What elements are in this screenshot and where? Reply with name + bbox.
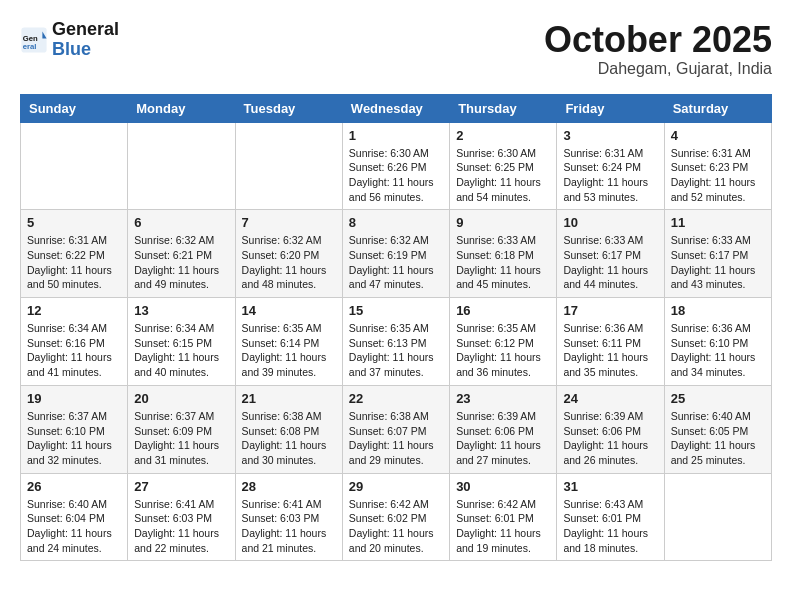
day-info: Sunrise: 6:43 AM Sunset: 6:01 PM Dayligh… [563,497,657,556]
weekday-header-monday: Monday [128,94,235,122]
weekday-header-thursday: Thursday [450,94,557,122]
day-number: 26 [27,479,121,494]
title-section: October 2025 Dahegam, Gujarat, India [544,20,772,78]
calendar-day-cell: 23Sunrise: 6:39 AM Sunset: 6:06 PM Dayli… [450,385,557,473]
calendar-week-row: 19Sunrise: 6:37 AM Sunset: 6:10 PM Dayli… [21,385,772,473]
weekday-header-wednesday: Wednesday [342,94,449,122]
weekday-header-friday: Friday [557,94,664,122]
calendar-day-cell: 10Sunrise: 6:33 AM Sunset: 6:17 PM Dayli… [557,210,664,298]
logo-text: GeneralBlue [52,20,119,60]
day-info: Sunrise: 6:35 AM Sunset: 6:13 PM Dayligh… [349,321,443,380]
day-info: Sunrise: 6:39 AM Sunset: 6:06 PM Dayligh… [563,409,657,468]
calendar-day-cell: 24Sunrise: 6:39 AM Sunset: 6:06 PM Dayli… [557,385,664,473]
calendar-day-cell: 14Sunrise: 6:35 AM Sunset: 6:14 PM Dayli… [235,298,342,386]
day-info: Sunrise: 6:37 AM Sunset: 6:09 PM Dayligh… [134,409,228,468]
day-number: 7 [242,215,336,230]
day-number: 30 [456,479,550,494]
calendar-day-cell: 18Sunrise: 6:36 AM Sunset: 6:10 PM Dayli… [664,298,771,386]
calendar-day-cell: 21Sunrise: 6:38 AM Sunset: 6:08 PM Dayli… [235,385,342,473]
day-number: 6 [134,215,228,230]
day-info: Sunrise: 6:34 AM Sunset: 6:16 PM Dayligh… [27,321,121,380]
day-number: 29 [349,479,443,494]
calendar-day-cell: 7Sunrise: 6:32 AM Sunset: 6:20 PM Daylig… [235,210,342,298]
calendar-day-cell: 27Sunrise: 6:41 AM Sunset: 6:03 PM Dayli… [128,473,235,561]
location-subtitle: Dahegam, Gujarat, India [544,60,772,78]
day-number: 21 [242,391,336,406]
day-number: 20 [134,391,228,406]
svg-text:eral: eral [23,42,37,51]
calendar-day-cell: 2Sunrise: 6:30 AM Sunset: 6:25 PM Daylig… [450,122,557,210]
calendar-day-cell: 6Sunrise: 6:32 AM Sunset: 6:21 PM Daylig… [128,210,235,298]
day-info: Sunrise: 6:41 AM Sunset: 6:03 PM Dayligh… [134,497,228,556]
day-info: Sunrise: 6:42 AM Sunset: 6:02 PM Dayligh… [349,497,443,556]
day-info: Sunrise: 6:40 AM Sunset: 6:04 PM Dayligh… [27,497,121,556]
day-number: 12 [27,303,121,318]
calendar-day-cell: 17Sunrise: 6:36 AM Sunset: 6:11 PM Dayli… [557,298,664,386]
calendar-day-cell: 5Sunrise: 6:31 AM Sunset: 6:22 PM Daylig… [21,210,128,298]
calendar-day-cell: 3Sunrise: 6:31 AM Sunset: 6:24 PM Daylig… [557,122,664,210]
calendar-day-cell: 31Sunrise: 6:43 AM Sunset: 6:01 PM Dayli… [557,473,664,561]
day-number: 15 [349,303,443,318]
day-info: Sunrise: 6:30 AM Sunset: 6:25 PM Dayligh… [456,146,550,205]
day-info: Sunrise: 6:38 AM Sunset: 6:08 PM Dayligh… [242,409,336,468]
day-number: 16 [456,303,550,318]
day-number: 18 [671,303,765,318]
calendar-week-row: 12Sunrise: 6:34 AM Sunset: 6:16 PM Dayli… [21,298,772,386]
page-header: Gen eral GeneralBlue October 2025 Dahega… [20,20,772,78]
day-number: 27 [134,479,228,494]
calendar-day-cell: 29Sunrise: 6:42 AM Sunset: 6:02 PM Dayli… [342,473,449,561]
weekday-header-row: SundayMondayTuesdayWednesdayThursdayFrid… [21,94,772,122]
calendar-day-cell: 30Sunrise: 6:42 AM Sunset: 6:01 PM Dayli… [450,473,557,561]
logo-icon: Gen eral [20,26,48,54]
day-number: 14 [242,303,336,318]
day-number: 5 [27,215,121,230]
day-info: Sunrise: 6:42 AM Sunset: 6:01 PM Dayligh… [456,497,550,556]
day-info: Sunrise: 6:33 AM Sunset: 6:18 PM Dayligh… [456,233,550,292]
day-number: 3 [563,128,657,143]
day-info: Sunrise: 6:31 AM Sunset: 6:24 PM Dayligh… [563,146,657,205]
day-info: Sunrise: 6:32 AM Sunset: 6:20 PM Dayligh… [242,233,336,292]
day-number: 9 [456,215,550,230]
calendar-day-cell: 26Sunrise: 6:40 AM Sunset: 6:04 PM Dayli… [21,473,128,561]
empty-day-cell [235,122,342,210]
calendar-day-cell: 20Sunrise: 6:37 AM Sunset: 6:09 PM Dayli… [128,385,235,473]
calendar-day-cell: 15Sunrise: 6:35 AM Sunset: 6:13 PM Dayli… [342,298,449,386]
day-number: 2 [456,128,550,143]
calendar-day-cell: 1Sunrise: 6:30 AM Sunset: 6:26 PM Daylig… [342,122,449,210]
day-info: Sunrise: 6:32 AM Sunset: 6:21 PM Dayligh… [134,233,228,292]
day-number: 24 [563,391,657,406]
calendar-day-cell: 16Sunrise: 6:35 AM Sunset: 6:12 PM Dayli… [450,298,557,386]
calendar-day-cell: 25Sunrise: 6:40 AM Sunset: 6:05 PM Dayli… [664,385,771,473]
day-info: Sunrise: 6:34 AM Sunset: 6:15 PM Dayligh… [134,321,228,380]
calendar-day-cell: 9Sunrise: 6:33 AM Sunset: 6:18 PM Daylig… [450,210,557,298]
calendar-day-cell: 12Sunrise: 6:34 AM Sunset: 6:16 PM Dayli… [21,298,128,386]
day-info: Sunrise: 6:39 AM Sunset: 6:06 PM Dayligh… [456,409,550,468]
day-info: Sunrise: 6:36 AM Sunset: 6:10 PM Dayligh… [671,321,765,380]
day-info: Sunrise: 6:33 AM Sunset: 6:17 PM Dayligh… [563,233,657,292]
day-info: Sunrise: 6:30 AM Sunset: 6:26 PM Dayligh… [349,146,443,205]
calendar-day-cell: 11Sunrise: 6:33 AM Sunset: 6:17 PM Dayli… [664,210,771,298]
day-number: 10 [563,215,657,230]
empty-day-cell [21,122,128,210]
day-number: 17 [563,303,657,318]
calendar-day-cell: 8Sunrise: 6:32 AM Sunset: 6:19 PM Daylig… [342,210,449,298]
day-info: Sunrise: 6:37 AM Sunset: 6:10 PM Dayligh… [27,409,121,468]
calendar-day-cell: 22Sunrise: 6:38 AM Sunset: 6:07 PM Dayli… [342,385,449,473]
calendar-week-row: 26Sunrise: 6:40 AM Sunset: 6:04 PM Dayli… [21,473,772,561]
day-number: 23 [456,391,550,406]
empty-day-cell [664,473,771,561]
weekday-header-sunday: Sunday [21,94,128,122]
day-info: Sunrise: 6:40 AM Sunset: 6:05 PM Dayligh… [671,409,765,468]
day-info: Sunrise: 6:36 AM Sunset: 6:11 PM Dayligh… [563,321,657,380]
day-number: 28 [242,479,336,494]
day-info: Sunrise: 6:35 AM Sunset: 6:14 PM Dayligh… [242,321,336,380]
day-number: 31 [563,479,657,494]
calendar-day-cell: 28Sunrise: 6:41 AM Sunset: 6:03 PM Dayli… [235,473,342,561]
day-info: Sunrise: 6:31 AM Sunset: 6:23 PM Dayligh… [671,146,765,205]
calendar-day-cell: 19Sunrise: 6:37 AM Sunset: 6:10 PM Dayli… [21,385,128,473]
day-number: 8 [349,215,443,230]
logo: Gen eral GeneralBlue [20,20,119,60]
calendar-table: SundayMondayTuesdayWednesdayThursdayFrid… [20,94,772,562]
day-number: 25 [671,391,765,406]
day-info: Sunrise: 6:38 AM Sunset: 6:07 PM Dayligh… [349,409,443,468]
